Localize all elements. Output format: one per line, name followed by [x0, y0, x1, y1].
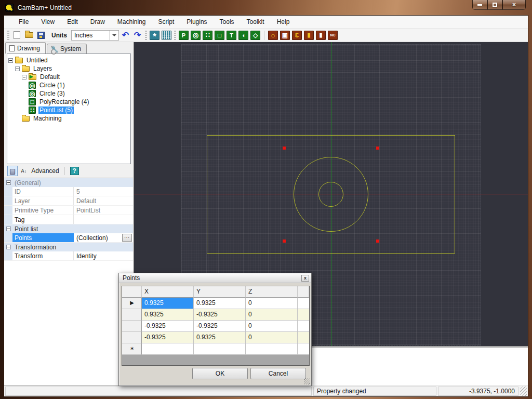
- units-combobox[interactable]: Inches: [71, 30, 119, 41]
- draw-rectangle-button[interactable]: [214, 30, 225, 41]
- current-row-marker[interactable]: ▶: [122, 298, 142, 309]
- tree-item-default-layer[interactable]: Default: [8, 73, 129, 81]
- tree-item-circle-3[interactable]: Circle (3): [8, 89, 129, 98]
- status-message: Property changed: [313, 387, 436, 396]
- menu-plugins[interactable]: Plugins: [180, 16, 213, 28]
- column-header-y[interactable]: Y: [194, 286, 246, 298]
- row-selector[interactable]: [122, 309, 142, 321]
- help-button[interactable]: ?: [69, 166, 81, 176]
- draw-arc-button[interactable]: [238, 30, 249, 41]
- menu-help[interactable]: Help: [271, 16, 296, 28]
- tree-item-pointlist-5[interactable]: PointList (5): [8, 106, 129, 114]
- cell-x[interactable]: 0.9325: [142, 309, 194, 321]
- menu-machining[interactable]: Machining: [111, 16, 152, 28]
- inner-circle-shape[interactable]: [318, 182, 343, 207]
- cancel-button[interactable]: Cancel: [250, 368, 306, 379]
- draw-polyline-button[interactable]: P: [178, 30, 189, 41]
- save-file-button[interactable]: [35, 30, 46, 41]
- mop-3d-button[interactable]: [315, 30, 326, 41]
- toggle-grid-button[interactable]: [161, 30, 172, 41]
- draw-circle-button[interactable]: [190, 30, 201, 41]
- maximize-button[interactable]: [487, 0, 502, 10]
- gcode-button[interactable]: [327, 30, 338, 41]
- collapse-icon[interactable]: [6, 227, 11, 231]
- dialog-title-bar[interactable]: Points x: [119, 273, 311, 283]
- cell-y[interactable]: 0.9325: [194, 298, 246, 309]
- menu-toolkit[interactable]: Toolkit: [241, 16, 271, 28]
- mop-engrave-button[interactable]: [291, 30, 302, 41]
- close-button[interactable]: ×: [502, 0, 526, 10]
- point-marker[interactable]: [283, 147, 286, 150]
- minimize-button[interactable]: [472, 0, 487, 10]
- property-row-id[interactable]: ID 5: [4, 187, 133, 196]
- menu-edit[interactable]: Edit: [61, 16, 84, 28]
- cell-y[interactable]: 0.9325: [194, 332, 246, 343]
- new-file-button[interactable]: [11, 30, 22, 41]
- tree-item-polyrectangle-4[interactable]: PolyRectangle (4): [8, 98, 129, 106]
- point-marker[interactable]: [376, 240, 379, 243]
- category-point-list[interactable]: Point list: [4, 224, 133, 233]
- tree-item-layers[interactable]: Layers: [8, 64, 129, 73]
- cell-x[interactable]: -0.9325: [142, 321, 194, 332]
- cell-y-empty[interactable]: [194, 343, 246, 355]
- alphabetical-sort-button[interactable]: A↓: [19, 166, 28, 176]
- menu-view[interactable]: View: [35, 16, 61, 28]
- point-marker[interactable]: [376, 147, 379, 150]
- category-general[interactable]: (General): [4, 178, 133, 187]
- mop-drill-button[interactable]: [303, 30, 314, 41]
- tree-item-machining[interactable]: Machining: [8, 114, 129, 123]
- cell-x[interactable]: 0.9325: [142, 298, 194, 309]
- menu-tools[interactable]: Tools: [214, 16, 241, 28]
- resize-grip[interactable]: [520, 387, 527, 396]
- combo-dropdown-button[interactable]: [109, 31, 118, 40]
- ok-button[interactable]: OK: [192, 368, 248, 379]
- point-marker[interactable]: [283, 240, 286, 243]
- tree-item-circle-1[interactable]: Circle (1): [8, 81, 129, 89]
- collapse-icon[interactable]: [6, 180, 11, 185]
- menu-draw[interactable]: Draw: [84, 16, 111, 28]
- draw-pointlist-button[interactable]: [202, 30, 213, 41]
- dialog-resize-grip[interactable]: [304, 378, 310, 384]
- redo-button[interactable]: [132, 30, 143, 41]
- collapse-icon[interactable]: [6, 245, 11, 249]
- cell-x-empty[interactable]: [142, 343, 194, 355]
- open-file-button[interactable]: [23, 30, 34, 41]
- collapse-icon[interactable]: [15, 66, 20, 71]
- tree-item-untitled[interactable]: Untitled: [8, 56, 129, 64]
- draw-text-button[interactable]: T: [226, 30, 237, 41]
- tab-system[interactable]: System: [47, 44, 87, 54]
- cell-y[interactable]: -0.9325: [194, 321, 246, 332]
- advanced-button[interactable]: Advanced: [30, 166, 60, 176]
- menu-file[interactable]: File: [12, 16, 35, 28]
- cell-z-empty[interactable]: [246, 343, 298, 355]
- collapse-icon[interactable]: [8, 58, 13, 63]
- row-selector[interactable]: [122, 321, 142, 332]
- property-row-layer[interactable]: Layer Default: [4, 196, 133, 206]
- cell-x[interactable]: -0.9325: [142, 332, 194, 343]
- tab-drawing[interactable]: Drawing: [5, 42, 46, 54]
- mop-pocket-button[interactable]: [280, 30, 290, 41]
- cell-z[interactable]: 0: [246, 332, 298, 343]
- cell-z[interactable]: 0: [246, 321, 298, 332]
- new-row-marker[interactable]: ∗: [122, 343, 142, 355]
- property-row-transform[interactable]: Transform Identity: [4, 251, 133, 261]
- property-row-tag[interactable]: Tag: [4, 215, 133, 224]
- mop-profile-button[interactable]: [268, 30, 278, 41]
- categorized-view-button[interactable]: [7, 166, 18, 176]
- collapse-icon[interactable]: [22, 75, 26, 79]
- toggle-axes-button[interactable]: [149, 30, 160, 41]
- category-transformation[interactable]: Transformation: [4, 243, 133, 251]
- undo-button[interactable]: [120, 30, 131, 41]
- property-row-points[interactable]: Points (Collection) ...: [4, 233, 133, 243]
- cell-z[interactable]: 0: [246, 298, 298, 309]
- column-header-z[interactable]: Z: [246, 286, 298, 298]
- property-row-primitive-type[interactable]: Primitive Type PointList: [4, 206, 133, 215]
- cell-y[interactable]: -0.9325: [194, 309, 246, 321]
- draw-surface-button[interactable]: [250, 30, 261, 41]
- collection-ellipsis-button[interactable]: ...: [122, 234, 132, 242]
- menu-script[interactable]: Script: [152, 16, 181, 28]
- column-header-x[interactable]: X: [142, 286, 194, 298]
- dialog-close-button[interactable]: x: [301, 275, 309, 282]
- row-selector[interactable]: [122, 332, 142, 343]
- cell-z[interactable]: 0: [246, 309, 298, 321]
